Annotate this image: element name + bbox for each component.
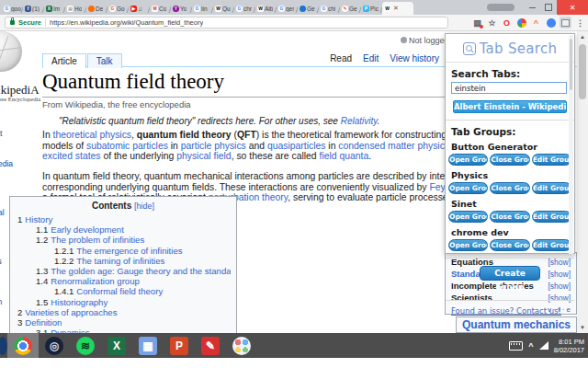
wiki-link[interactable]: theoretical physics <box>53 130 131 140</box>
open-group-button[interactable]: Open Group <box>448 154 488 166</box>
bookmark-star-icon[interactable]: ☆ <box>486 17 498 29</box>
popup-scrollbar[interactable] <box>569 35 573 254</box>
close-group-button[interactable]: Close Group <box>490 211 529 223</box>
contents-hide-link[interactable]: [hide] <box>134 201 154 211</box>
browser-tab[interactable]: Ge <box>298 2 319 15</box>
browser-tab[interactable]: GGo <box>107 2 129 15</box>
tab-search-extension-icon[interactable] <box>560 17 571 29</box>
wiki-link[interactable]: quasiparticles <box>267 141 326 151</box>
browser-tab-active[interactable]: W✕ <box>382 2 413 15</box>
taskbar-app-calculator[interactable]: ▦ <box>132 333 164 358</box>
contact-us-link[interactable]: Found an issue? Contact us! <box>451 306 569 316</box>
wiki-link[interactable]: field quanta <box>320 151 369 161</box>
close-button[interactable]: ✕ <box>557 0 588 15</box>
close-group-button[interactable]: Close Group <box>490 182 529 194</box>
wiki-link[interactable]: subatomic particles <box>86 141 168 151</box>
search-result-item[interactable]: Albert Einstein - Wikipedia <box>453 100 567 113</box>
open-group-button[interactable]: Open Group <box>448 182 488 194</box>
wiki-link[interactable]: condensed matter physics <box>338 141 449 151</box>
contents-item[interactable]: 1.2.1The emergence of infinities <box>16 246 231 256</box>
contents-item[interactable]: 1.1Early development <box>16 224 231 235</box>
tray-expand-icon[interactable]: ^ <box>528 341 533 351</box>
show-link[interactable]: [show] <box>548 293 571 303</box>
edit-group-button[interactable]: Edit Group <box>532 154 571 166</box>
taskbar-app-excel[interactable]: X <box>101 333 132 358</box>
contents-item[interactable]: 1.4.1Conformal field theory <box>16 286 231 296</box>
tab-talk[interactable]: Talk <box>87 53 122 68</box>
sidebar-link[interactable]: Featured content <box>0 129 39 139</box>
sidebar-link[interactable]: Contents <box>0 119 39 129</box>
colorwheel-extension-icon[interactable] <box>515 17 527 29</box>
sidebar-link[interactable]: Current events <box>0 139 39 149</box>
browser-tab[interactable]: ▶♫ <box>129 2 150 15</box>
browser-tab[interactable]: MCo <box>150 2 171 15</box>
extension-page-icon[interactable]: ▤ <box>471 17 483 29</box>
open-group-button[interactable]: Open Group <box>448 239 488 251</box>
tab-read[interactable]: Read <box>330 53 352 63</box>
menu-icon[interactable]: ⋮ <box>574 17 586 29</box>
browser-tab[interactable]: f(1) <box>23 2 44 15</box>
edit-group-button[interactable]: Edit Group <box>532 211 571 223</box>
network-signal-icon[interactable] <box>539 341 548 350</box>
create-group-button[interactable]: Create Group <box>480 266 540 281</box>
taskbar-app-clipped-app[interactable] <box>0 333 7 358</box>
edit-group-button[interactable]: Edit Group <box>532 182 571 194</box>
contents-item[interactable]: 1History <box>16 214 231 224</box>
address-bar[interactable]: Secure https://en.wikipedia.org/wiki/Qua… <box>5 17 448 29</box>
edit-group-button[interactable]: Edit Group <box>532 239 571 251</box>
opera-extension-icon[interactable]: O <box>501 17 513 29</box>
tab-close-icon[interactable]: ✕ <box>393 5 399 12</box>
keyboard-icon[interactable] <box>509 341 523 351</box>
taskbar-app-red-tool[interactable]: ✎ <box>195 333 226 358</box>
taskbar-app-spotify[interactable]: ≋ <box>70 333 101 358</box>
taskbar-app-steam[interactable]: ◎ <box>39 333 70 358</box>
tab-edit[interactable]: Edit <box>363 53 379 63</box>
browser-tab[interactable]: Glin <box>192 2 213 15</box>
contents-item[interactable]: 2Varieties of approaches <box>16 307 231 317</box>
contents-item[interactable]: 1.5Historiography <box>16 297 231 307</box>
contents-item[interactable]: 3Definition <box>16 317 231 328</box>
browser-tab[interactable]: PPic <box>361 2 382 15</box>
contents-item[interactable]: 1.2.2The taming of infinities <box>16 256 231 266</box>
scroll-up-arrow[interactable]: ▲ <box>577 31 588 42</box>
contents-item[interactable]: 1.3The golden age: Gauge theory and the … <box>16 266 231 276</box>
taskbar-app-chrome[interactable] <box>7 333 39 358</box>
page-scrollbar[interactable]: ▲ ▼ <box>577 31 588 333</box>
sidebar-link[interactable]: Random article <box>0 149 39 159</box>
open-group-button[interactable]: Open Group <box>448 211 488 223</box>
caret-extension-icon[interactable]: ^ <box>530 17 542 29</box>
browser-tab[interactable]: WAlb <box>255 2 277 15</box>
sidebar-link[interactable]: Donate to Wikipedia <box>0 159 39 169</box>
wikipedia-logo[interactable] <box>0 31 22 72</box>
browser-tab[interactable]: ✎Ge <box>340 2 361 15</box>
browser-tab[interactable]: Ggoo <box>2 2 23 15</box>
blue-circle-extension-icon[interactable] <box>545 17 557 29</box>
browser-tab[interactable]: Gger <box>277 2 298 15</box>
browser-tab[interactable]: YYo <box>171 2 192 15</box>
close-group-button[interactable]: Close Group <box>490 154 529 166</box>
sidebar-link[interactable]: Wikipedia store <box>0 169 39 179</box>
wiki-link[interactable]: Relativity <box>341 116 378 126</box>
scroll-down-arrow[interactable]: ▼ <box>577 322 588 333</box>
wiki-link[interactable]: particle physics <box>181 141 246 151</box>
close-group-button[interactable]: Close Group <box>490 239 529 251</box>
browser-tab[interactable]: WQu <box>213 2 234 15</box>
tab-article[interactable]: Article <box>42 53 86 68</box>
maximize-button[interactable] <box>540 0 557 15</box>
sidebar-link[interactable]: Main page <box>0 109 39 119</box>
contents-item[interactable]: 1.4Renormalization group <box>16 276 231 286</box>
browser-tab[interactable]: De <box>86 2 107 15</box>
window-pill-badge[interactable] <box>487 4 514 11</box>
tab-search-input[interactable] <box>451 82 567 94</box>
browser-tab[interactable]: Gchr <box>234 2 255 15</box>
wiki-link[interactable]: physical field <box>176 151 232 161</box>
tab-view-history[interactable]: View history <box>390 53 439 63</box>
browser-tab[interactable]: Gchi <box>319 2 340 15</box>
show-link[interactable]: [show] <box>548 258 571 267</box>
taskbar-clock[interactable]: 8:01 PM 8/02/2017 <box>554 338 584 354</box>
taskbar-app-paint[interactable] <box>226 333 257 358</box>
minimize-button[interactable] <box>524 0 540 15</box>
taskbar-app-powerpoint[interactable]: P <box>164 333 195 358</box>
browser-tab[interactable]: ▤Ho <box>65 2 86 15</box>
wiki-link[interactable]: excited states <box>42 151 101 161</box>
